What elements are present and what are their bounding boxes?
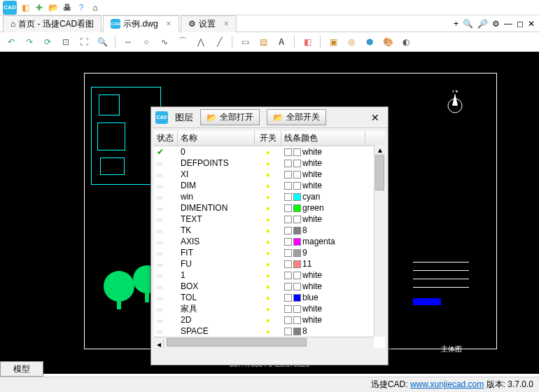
eraser-icon[interactable]: ◧: [300, 35, 314, 49]
window-icon[interactable]: ▭: [238, 35, 252, 49]
close-tab-icon[interactable]: ×: [167, 19, 172, 29]
layer-name: TOL: [178, 293, 255, 302]
drawing-canvas[interactable]: N 例立面 主体图 367.478594 8425.378625 CAD 图层 …: [0, 52, 539, 374]
print-icon[interactable]: 🖶: [62, 2, 73, 13]
polyline-icon[interactable]: ⋀: [194, 35, 208, 49]
table-row[interactable]: ▭win●cyan: [154, 191, 385, 202]
model-tab[interactable]: 模型: [0, 361, 43, 377]
table-row[interactable]: ▭DIM●white: [154, 180, 385, 191]
settings-gear-icon[interactable]: ⚙: [492, 19, 500, 29]
maximize-icon[interactable]: ◻: [517, 19, 524, 29]
checkbox-icon: [284, 160, 292, 167]
cube-iso-icon[interactable]: ⬢: [363, 35, 377, 49]
undo-icon[interactable]: ↶: [4, 35, 18, 49]
table-row[interactable]: ▭家具●white: [154, 303, 385, 314]
home-icon[interactable]: ⌂: [90, 2, 101, 13]
checkbox-icon: [284, 316, 292, 324]
cad-icon: CAD: [111, 19, 120, 29]
zoom-fit-icon[interactable]: 🔍: [95, 35, 109, 49]
vertical-scrollbar[interactable]: ▴: [374, 145, 385, 337]
box-3d-icon[interactable]: ▣: [326, 35, 340, 49]
table-row[interactable]: ▭TEXT●white: [154, 214, 385, 225]
color-wheel-icon[interactable]: 🎨: [381, 35, 395, 49]
tab-settings[interactable]: ⚙ 设置 ×: [181, 15, 237, 32]
col-state[interactable]: 状态: [154, 131, 178, 146]
separator: [320, 36, 321, 48]
checkbox-icon: [284, 283, 292, 290]
table-row[interactable]: ▭BOX●white: [154, 281, 385, 292]
table-row[interactable]: ▭FIT●9: [154, 247, 385, 258]
open-file-icon[interactable]: ✚: [34, 2, 45, 13]
horizontal-scrollbar[interactable]: ◂: [154, 337, 374, 348]
bulb-icon: ●: [266, 328, 270, 335]
quick-access-bar: CAD ◧ ✚ 📂 🖶 ? ⌂: [0, 0, 539, 15]
color-name: magenta: [302, 237, 335, 246]
dialog-title: 图层: [175, 111, 193, 124]
open-all-button[interactable]: 📂全部打开: [200, 109, 260, 125]
rotate-cw-icon[interactable]: ⟳: [41, 35, 55, 49]
table-row[interactable]: ▭1●white: [154, 270, 385, 281]
bulb-icon: ●: [266, 227, 270, 234]
version-value: 3.7.0.0: [507, 379, 533, 389]
tab-label: 设置: [199, 18, 216, 30]
table-row[interactable]: ▭DIMENTION●green: [154, 202, 385, 214]
layer-rows: ✔0●white▭DEFPOINTS●white▭XI●white▭DIM●wh…: [154, 146, 385, 348]
line-icon[interactable]: ╱: [212, 35, 226, 49]
layers-icon[interactable]: ▤: [256, 35, 270, 49]
toggle-all-button[interactable]: 📂全部开关: [267, 109, 326, 125]
col-color[interactable]: 线条颜色: [281, 131, 365, 146]
color-name: white: [302, 169, 322, 179]
color-name: white: [302, 214, 322, 224]
new-tab-icon[interactable]: +: [454, 19, 458, 29]
layer-name: 0: [178, 147, 255, 157]
brand-url-link[interactable]: www.xunjiecad.com: [410, 379, 484, 389]
zoom-extents-icon[interactable]: ⛶: [77, 35, 91, 49]
redo-icon[interactable]: ↷: [22, 35, 36, 49]
checkbox-icon: [284, 193, 292, 201]
minimize-icon[interactable]: —: [504, 19, 512, 29]
checkbox-icon: [284, 294, 292, 302]
table-row[interactable]: ▭DEFPOINTS●white: [154, 158, 385, 169]
pan-icon[interactable]: ○: [139, 35, 153, 49]
checkbox-icon: [284, 148, 292, 156]
text-tool-icon[interactable]: A: [274, 35, 288, 49]
layer-name: SPACE: [178, 326, 255, 336]
close-dialog-icon[interactable]: ✕: [367, 112, 384, 123]
close-window-icon[interactable]: ✕: [528, 19, 535, 29]
col-name[interactable]: 名称: [178, 131, 255, 146]
table-row[interactable]: ✔0●white: [154, 146, 385, 158]
help-icon[interactable]: ?: [76, 2, 87, 13]
table-row[interactable]: ▭SPACE●8: [154, 326, 385, 337]
color-name: cyan: [302, 192, 320, 202]
zoom-icon[interactable]: 🔎: [477, 19, 488, 29]
tab-home[interactable]: ⌂ 首页 - 迅捷CAD看图: [3, 15, 102, 32]
scale-label: 主体图: [441, 344, 462, 354]
table-row[interactable]: ▭TOL●blue: [154, 292, 385, 303]
color-name: 9: [302, 248, 307, 258]
table-row[interactable]: ▭TK●8: [154, 225, 385, 236]
arc-icon[interactable]: ⌒: [176, 35, 190, 49]
layer-name: 2D: [178, 315, 255, 325]
color-name: blue: [302, 293, 318, 302]
folder-open-icon[interactable]: 📂: [48, 2, 59, 13]
table-row[interactable]: ▭FU●11: [154, 258, 385, 270]
table-row[interactable]: ▭2D●white: [154, 314, 385, 326]
layer-name: DEFPOINTS: [178, 158, 255, 168]
checkbox-icon: [284, 249, 292, 257]
close-tab-icon[interactable]: ×: [224, 19, 229, 29]
color-swatch: [293, 227, 301, 234]
table-row[interactable]: ▭AXIS●magenta: [154, 236, 385, 247]
hatch-icon[interactable]: ◐: [399, 35, 413, 49]
sphere-3d-icon[interactable]: ◎: [344, 35, 358, 49]
magnify-page-icon[interactable]: 🔍: [463, 19, 473, 29]
layer-name: BOX: [178, 281, 255, 291]
spline-icon[interactable]: ∿: [158, 35, 172, 49]
zoom-window-icon[interactable]: ⊡: [59, 35, 73, 49]
tab-drawing[interactable]: CAD 示例.dwg ×: [103, 15, 178, 32]
measure-dist-icon[interactable]: ↔: [121, 35, 135, 49]
table-row[interactable]: ▭XI●white: [154, 169, 385, 180]
separator: [294, 36, 295, 48]
col-switch[interactable]: 开关: [255, 131, 281, 146]
color-swatch: [293, 204, 301, 212]
new-file-icon[interactable]: ◧: [20, 2, 31, 13]
